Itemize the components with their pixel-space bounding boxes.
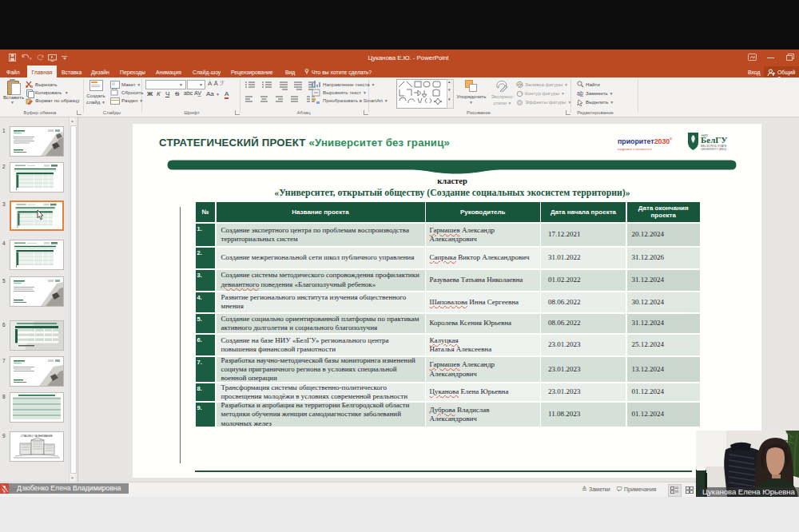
svg-text:UNIVERSITY (BSU): UNIVERSITY (BSU) bbox=[701, 148, 726, 151]
svg-text:СПАСИБО ЗА ВНИМАНИЕ: СПАСИБО ЗА ВНИМАНИЕ bbox=[21, 435, 53, 438]
svg-text:БелГУ: БелГУ bbox=[701, 135, 727, 145]
